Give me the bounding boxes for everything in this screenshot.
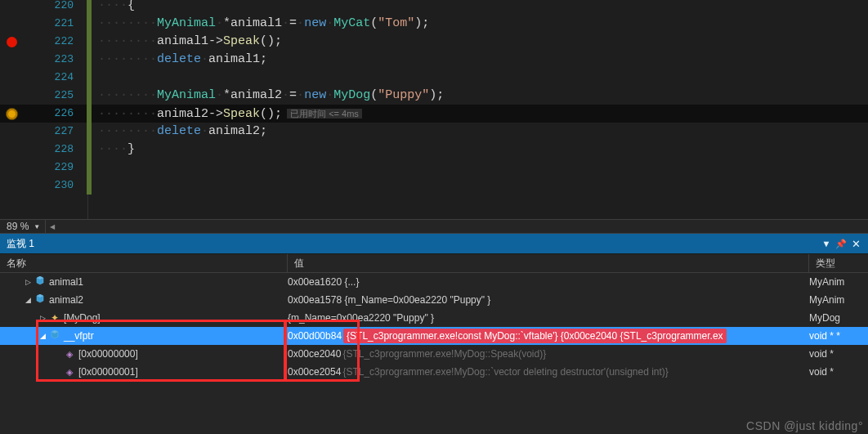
header-name[interactable]: 名称 — [0, 254, 288, 272]
breakpoint-gutter[interactable] — [0, 123, 23, 141]
watch-panel: 监视 1 ▼ 📌 ✕ 名称 值 类型 ▷animal10x00ea1620 {.… — [0, 234, 868, 434]
breakpoint-gutter[interactable] — [0, 0, 23, 15]
change-indicator — [87, 87, 92, 105]
watch-row[interactable]: ◈[0x00000000]0x00ce2040 {STL_c3programme… — [0, 345, 868, 363]
watch-value-cell[interactable]: 0x00ce2040 {STL_c3programmer.exe!MyDog::… — [288, 345, 809, 363]
watch-name-cell[interactable]: ◈[0x00000000] — [0, 345, 288, 363]
watch-type-cell: void * — [809, 345, 868, 363]
breakpoint-gutter[interactable] — [0, 87, 23, 105]
watch-type-cell: MyDog — [809, 309, 868, 327]
watch-name-cell[interactable]: ◢__vfptr — [0, 327, 288, 345]
watch-var-name: animal2 — [49, 294, 83, 306]
watch-row[interactable]: ◢__vfptr0x00d00b84 {STL_c3programmer.exe… — [0, 327, 868, 345]
code-line[interactable]: 223········delete·animal1; — [0, 51, 868, 69]
breakpoint-gutter[interactable] — [0, 69, 23, 87]
header-type[interactable]: 类型 — [809, 254, 868, 272]
code-line[interactable]: 228····} — [0, 141, 868, 159]
breakpoint-gutter[interactable] — [0, 141, 23, 159]
code-editor[interactable]: 220····{221········MyAnimal·*animal1·=·n… — [0, 0, 868, 219]
code-line[interactable]: 227········delete·animal2; — [0, 123, 868, 141]
code-text[interactable]: ····{ — [93, 0, 135, 15]
line-number: 226 — [23, 105, 87, 123]
value-highlight: {STL_c3programmer.exe!const MyDog::`vfta… — [343, 329, 727, 343]
line-number: 228 — [23, 141, 87, 159]
code-line[interactable]: 230 — [0, 177, 868, 195]
change-indicator — [87, 51, 92, 69]
watch-row[interactable]: ▷✦[MyDog]{m_Name=0x00ea2220 "Puppy" }MyD… — [0, 309, 868, 327]
close-icon[interactable]: ✕ — [848, 238, 863, 250]
horizontal-scrollbar[interactable] — [59, 220, 868, 233]
watch-name-cell[interactable]: ▷animal1 — [0, 273, 288, 291]
code-line[interactable]: 222········animal1->Speak(); — [0, 33, 868, 51]
expand-toggle-icon[interactable]: ◢ — [23, 296, 33, 304]
watch-value-cell[interactable]: {m_Name=0x00ea2220 "Puppy" } — [288, 309, 809, 327]
code-text[interactable]: ········animal1->Speak(); — [93, 33, 282, 51]
watch-var-name: animal1 — [49, 276, 83, 288]
breakpoint-gutter[interactable] — [0, 51, 23, 69]
breakpoint-icon[interactable] — [7, 37, 17, 47]
zoom-value: 89 % — [7, 221, 29, 232]
member-icon: ◈ — [64, 367, 75, 378]
line-number: 230 — [23, 177, 87, 195]
breakpoint-gutter[interactable] — [0, 105, 23, 123]
code-text[interactable]: ········delete·animal1; — [93, 51, 267, 69]
code-line[interactable]: 226········animal2->Speak();已用时间 <= 4ms — [0, 105, 868, 123]
change-indicator — [87, 177, 92, 195]
line-number: 222 — [23, 33, 87, 51]
breakpoint-gutter[interactable] — [0, 33, 23, 51]
breakpoint-gutter[interactable] — [0, 15, 23, 33]
watch-value-cell[interactable]: 0x00ea1578 {m_Name=0x00ea2220 "Puppy" } — [288, 291, 809, 309]
line-number: 227 — [23, 123, 87, 141]
watch-panel-title: 监视 1 — [7, 237, 819, 251]
change-indicator — [87, 123, 92, 141]
line-number: 229 — [23, 159, 87, 177]
zoom-dropdown[interactable]: 89 % ▼ — [0, 220, 46, 233]
watch-row[interactable]: ◢animal20x00ea1578 {m_Name=0x00ea2220 "P… — [0, 291, 868, 309]
breakpoint-gutter[interactable] — [0, 159, 23, 177]
code-line[interactable]: 225········MyAnimal·*animal2·=·new·MyDog… — [0, 87, 868, 105]
code-text[interactable]: ····} — [93, 141, 135, 159]
watch-type-cell: void * * — [809, 327, 868, 345]
change-indicator — [87, 0, 92, 15]
change-indicator — [87, 33, 92, 51]
code-line[interactable]: 224 — [0, 69, 868, 87]
watch-var-name: [0x00000000] — [78, 348, 138, 360]
header-value[interactable]: 值 — [288, 254, 809, 272]
code-line[interactable]: 221········MyAnimal·*animal1·=·new·MyCat… — [0, 15, 868, 33]
watch-type-cell: void * — [809, 363, 868, 381]
expand-toggle-icon[interactable]: ◢ — [38, 332, 47, 340]
expand-toggle-icon[interactable]: ▷ — [38, 314, 47, 322]
code-lines: 220····{221········MyAnimal·*animal1·=·n… — [0, 0, 868, 195]
watch-type-cell: MyAnim — [809, 273, 868, 291]
code-text[interactable]: ········MyAnimal·*animal1·=·new·MyCat("T… — [93, 15, 429, 33]
dynamic-type-icon: ✦ — [49, 312, 60, 324]
watch-value-cell[interactable]: 0x00ea1620 {...} — [288, 273, 809, 291]
class-icon — [34, 294, 46, 306]
watch-row[interactable]: ▷animal10x00ea1620 {...}MyAnim — [0, 273, 868, 291]
code-line[interactable]: 220····{ — [0, 0, 868, 15]
change-indicator — [87, 105, 92, 123]
code-text[interactable]: ········animal2->Speak();已用时间 <= 4ms — [93, 105, 362, 123]
watch-column-header: 名称 值 类型 — [0, 253, 868, 273]
code-text[interactable]: ········delete·animal2; — [93, 123, 267, 141]
watch-name-cell[interactable]: ◈[0x00000001] — [0, 363, 288, 381]
watch-value-cell[interactable]: 0x00ce2054 {STL_c3programmer.exe!MyDog::… — [288, 363, 809, 381]
watch-var-name: [MyDog] — [64, 312, 101, 324]
code-text[interactable]: ········MyAnimal·*animal2·=·new·MyDog("P… — [93, 87, 444, 105]
watch-name-cell[interactable]: ▷✦[MyDog] — [0, 309, 288, 327]
breakpoint-gutter[interactable] — [0, 177, 23, 195]
watch-name-cell[interactable]: ◢animal2 — [0, 291, 288, 309]
change-indicator — [87, 15, 92, 33]
pin-icon[interactable]: 📌 — [834, 239, 848, 249]
watch-value-cell[interactable]: 0x00d00b84 {STL_c3programmer.exe!const M… — [288, 327, 809, 345]
change-indicator — [87, 159, 92, 177]
expand-toggle-icon[interactable]: ▷ — [23, 278, 33, 286]
scroll-left-button[interactable]: ◀ — [46, 220, 59, 233]
class-icon — [49, 330, 60, 342]
watch-row[interactable]: ◈[0x00000001]0x00ce2054 {STL_c3programme… — [0, 363, 868, 381]
current-breakpoint-icon[interactable] — [7, 109, 17, 119]
watch-panel-titlebar[interactable]: 监视 1 ▼ 📌 ✕ — [0, 234, 868, 253]
dropdown-icon[interactable]: ▼ — [819, 239, 834, 248]
member-icon: ◈ — [64, 349, 75, 360]
code-line[interactable]: 229 — [0, 159, 868, 177]
